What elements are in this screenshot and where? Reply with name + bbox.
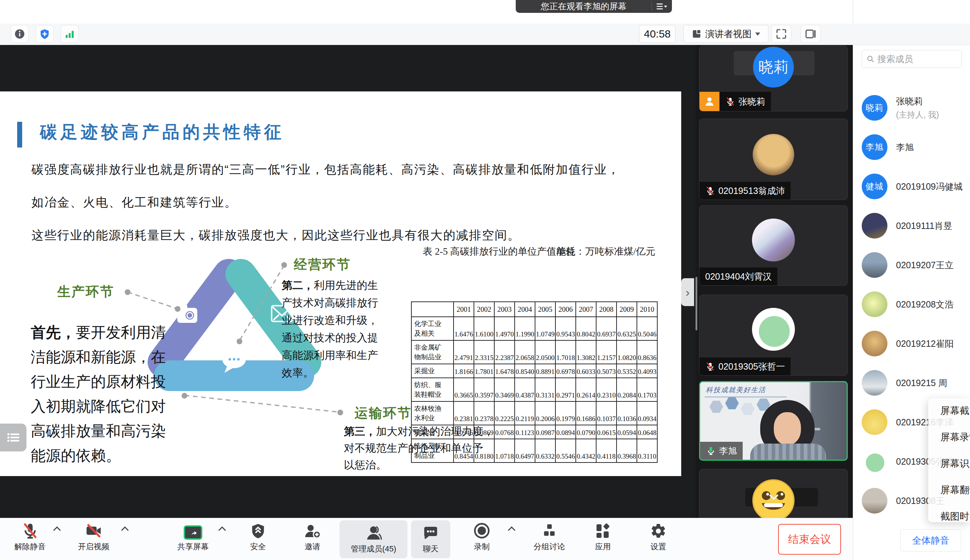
avatar-photo — [862, 448, 887, 474]
video-tile-liuxiaohan[interactable]: 02019404刘霄汉 — [699, 205, 848, 286]
year-cell: 2002 — [474, 302, 494, 317]
wall-hexagon — [741, 403, 755, 415]
member-role: (主持人, 我) — [896, 109, 969, 120]
context-menu-item[interactable]: 截图时 — [940, 509, 970, 524]
member-row[interactable]: 02019215 周 — [862, 365, 969, 401]
member-row[interactable]: 02019207王立 — [862, 247, 969, 283]
settings-button[interactable]: 设置 — [637, 520, 680, 552]
context-menu-item[interactable]: 屏幕识别 — [940, 456, 970, 471]
wall-hexagon — [725, 397, 739, 409]
member-search-input[interactable] — [877, 54, 957, 64]
chevron-down-icon[interactable] — [766, 490, 781, 504]
table-row: 造纸及纸 制品业 0.84540.8180 1.07180.6497 0.633… — [411, 439, 657, 462]
year-cell: 2001 — [454, 302, 474, 317]
mute-all-button[interactable]: 全体静音 — [900, 529, 961, 552]
table-corner-cell — [411, 302, 454, 317]
mic-muted-icon — [705, 362, 715, 372]
record-options-caret[interactable] — [508, 527, 515, 534]
screen-capture-context-menu: 屏幕截图屏幕录制屏幕识别屏幕翻译截图时 — [928, 398, 970, 522]
manage-members-button[interactable]: 管理成员(45) — [339, 520, 407, 558]
table-row: 采掘业 1.81661.7801 1.64780.8540 0.88910.69… — [411, 364, 657, 378]
row-label: 采掘业 — [411, 364, 454, 378]
side-panel-toggle-button[interactable] — [801, 25, 821, 43]
member-row[interactable]: 健城 02019109冯健城 — [862, 168, 969, 204]
fullscreen-icon — [776, 28, 787, 40]
video-tile-lixu-active[interactable]: 科技成就美好生活 李旭 — [699, 381, 848, 461]
shield-plus-icon — [39, 28, 50, 39]
security-button[interactable] — [36, 25, 53, 43]
avatar: 晓莉 — [753, 47, 794, 88]
unmute-button[interactable]: 解除静音 — [3, 520, 57, 552]
avatar-photo — [862, 331, 887, 357]
gear-icon — [650, 522, 667, 540]
list-icon — [6, 431, 21, 444]
video-tile-zhangzheyi[interactable]: 02019305张哲一 — [699, 295, 848, 376]
chevron-right-icon: › — [686, 285, 690, 299]
context-menu-item[interactable]: 屏幕录制 — [940, 430, 970, 445]
label-production: 生产环节 — [57, 283, 114, 301]
row-label: 建筑业 — [411, 425, 454, 439]
member-row[interactable]: 李旭 李旭 — [862, 129, 969, 165]
filmstrip-collapse-handle[interactable]: › — [681, 278, 694, 306]
tile-name-label: 张晓莉 — [720, 92, 771, 111]
person-body — [750, 443, 826, 461]
list-dropdown-icon — [656, 2, 668, 11]
tile-name-label: 02019404刘霄汉 — [700, 268, 777, 285]
avatar-photo — [862, 252, 887, 278]
video-tile-zhangxiaoli[interactable]: 晓莉 张晓莉 — [699, 46, 848, 112]
network-status-button[interactable] — [61, 25, 78, 43]
table-header-row: 2001200220032004200520062007200820092010 — [411, 302, 657, 317]
apps-button[interactable]: 应用 — [581, 520, 624, 552]
share-screen-button[interactable]: 共享屏幕 — [166, 520, 220, 552]
year-cell: 2003 — [494, 302, 515, 317]
mic-muted-icon — [705, 186, 715, 196]
year-cell: 2010 — [637, 302, 657, 317]
f​ullscreen-button[interactable] — [771, 25, 791, 43]
filmstrip-scrollbar[interactable] — [696, 277, 697, 330]
invite-button[interactable]: 邀请 — [291, 520, 334, 552]
table-unit: 单位：万吨标准煤/亿元 — [556, 245, 656, 258]
person-face — [774, 412, 801, 445]
tile-name-label: 李旭 — [700, 442, 743, 460]
apps-icon — [594, 522, 611, 540]
avatar: 健城 — [862, 173, 887, 199]
start-video-button[interactable]: 开启视频 — [67, 520, 120, 552]
production-text-block: 首先，要开发利用清 洁能源和新能源，在行业生产的原材料投 入初期就降低它们对高碳… — [31, 320, 166, 468]
member-row[interactable]: 02019111肖昱 — [862, 208, 969, 243]
security-bar-button[interactable]: 安全 — [237, 520, 279, 552]
top-toolbar: 40:58 演讲者视图 — [0, 23, 970, 45]
layout-icon — [691, 29, 701, 39]
floating-list-button[interactable] — [0, 423, 27, 452]
video-tile-partial[interactable] — [699, 469, 848, 518]
record-button[interactable]: 录制 — [460, 520, 503, 552]
chat-button[interactable]: 聊天 — [411, 520, 450, 558]
member-row[interactable]: 02019212崔阳 — [862, 326, 969, 362]
avatar-photo — [862, 213, 887, 238]
view-mode-selector[interactable]: 演讲者视图 — [683, 25, 768, 43]
member-row[interactable]: 晓莉 张晓莉 (主持人, 我) — [862, 90, 969, 126]
video-options-caret[interactable] — [121, 527, 129, 534]
avatar — [752, 308, 795, 351]
banner-options-button[interactable] — [652, 2, 672, 11]
wall-hexagon — [710, 401, 723, 413]
row-label: 纺织、服 装鞋帽业 — [411, 378, 454, 402]
watch-banner-text: 您正在观看李旭的屏幕 — [516, 1, 651, 12]
presentation-slide: 碳足迹较高产品的共性特征 碳强度高碳排放行业也就是所谓的“三高一低”行业，包括高… — [0, 92, 681, 476]
panel-layout-icon — [805, 28, 816, 40]
context-menu-item[interactable]: 屏幕翻译 — [940, 482, 970, 498]
end-meeting-button[interactable]: 结束会议 — [778, 524, 841, 555]
member-row[interactable]: 02019208文浩 — [862, 287, 969, 322]
table-row: 纺织、服 装鞋帽业 0.36650.3597 0.34690.4387 0.31… — [411, 378, 657, 402]
video-tile-wengchengpei[interactable]: 02019513翁成沛 — [699, 118, 848, 200]
member-search-box — [862, 50, 962, 68]
context-menu-item[interactable]: 屏幕截图 — [940, 403, 970, 418]
share-screen-icon — [184, 525, 202, 540]
wall-slogan-text: 科技成就美好生活 — [706, 385, 766, 395]
info-icon — [14, 28, 25, 39]
meeting-info-button[interactable] — [11, 25, 28, 43]
avatar-photo — [862, 292, 887, 317]
row-label: 农林牧渔 水利业 — [411, 402, 454, 425]
breakout-rooms-button[interactable]: 分组讨论 — [523, 520, 576, 552]
members-icon — [364, 524, 382, 542]
year-cell: 2008 — [596, 302, 616, 317]
